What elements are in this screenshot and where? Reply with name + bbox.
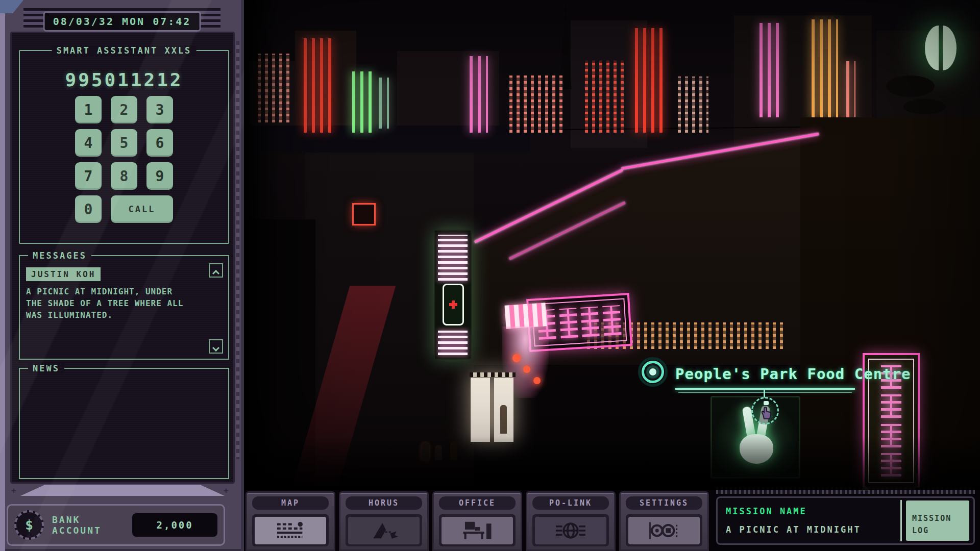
bottom-fade <box>244 436 980 490</box>
bank-balance: 2,000 <box>132 513 217 537</box>
red-neon-shopsign <box>352 203 376 226</box>
mission-panel: MISSION NAME A PICNIC AT MIDNIGHT MISSIO… <box>716 496 975 545</box>
neon-windows-peach <box>678 77 708 133</box>
neon-windows-red <box>304 38 336 133</box>
neon-windows-orange <box>812 19 838 119</box>
globe-link-icon <box>535 517 606 544</box>
medicine-bottle-icon <box>443 284 464 325</box>
key-5[interactable]: 5 <box>111 129 137 157</box>
nav-settings-button[interactable]: SETTINGS <box>619 491 709 551</box>
device-screen: SMART ASSISTANT XXLS 995011212 1 2 3 4 5… <box>10 32 235 484</box>
key-2[interactable]: 2 <box>111 96 137 123</box>
orb-half <box>925 26 939 70</box>
key-9[interactable]: 9 <box>146 162 173 190</box>
nav-settings-plate <box>626 514 702 546</box>
cjk-glyph <box>881 394 901 418</box>
nav-map-label: MAP <box>252 496 329 510</box>
messages-title: MESSAGES <box>28 251 91 261</box>
nav-horus-button[interactable]: HORUS <box>339 491 429 551</box>
horus-bird-icon <box>348 517 420 544</box>
map-icon <box>255 517 326 544</box>
neon-windows-salmon2 <box>509 76 562 133</box>
location-label[interactable]: People's Park Food Centre <box>675 365 911 383</box>
dialer-section: SMART ASSISTANT XXLS 995011212 1 2 3 4 5… <box>19 50 229 244</box>
smart-assistant-device: 08/03/32 MON 07:42 SMART ASSISTANT XXLS … <box>0 0 244 551</box>
key-8[interactable]: 8 <box>111 162 137 190</box>
neon-windows-pink2 <box>760 23 784 117</box>
game-root: People's Park Food Centre 08/03/32 MON 0… <box>0 0 980 551</box>
orb-half <box>943 26 957 70</box>
messages-scroll-up-button[interactable] <box>209 263 223 278</box>
frame-seam <box>236 41 239 459</box>
keypad: 1 2 3 4 5 6 7 8 9 0 CALL <box>75 96 173 223</box>
chevron-down-icon <box>212 344 219 352</box>
neon-windows-red2 <box>585 60 625 133</box>
bank-account-bar: $ BANK ACCOUNT 2,000 <box>7 504 225 546</box>
bottle-cross <box>449 300 457 309</box>
screw-plus: + <box>224 488 230 494</box>
chevron-up-icon <box>212 269 219 277</box>
nav-horus-plate <box>346 514 422 546</box>
nav-office-plate <box>439 514 516 546</box>
cjk-glyph <box>559 308 578 338</box>
currency-coin-icon: $ <box>14 510 44 540</box>
nav-polink-plate <box>532 514 609 546</box>
dialer-title: SMART ASSISTANT XXLS <box>52 45 197 56</box>
nav-office-button[interactable]: OFFICE <box>432 491 522 551</box>
datetime-display: 08/03/32 MON 07:42 <box>43 11 201 32</box>
key-1[interactable]: 1 <box>75 96 102 123</box>
nav-polink-label: PO-LINK <box>532 496 609 510</box>
mission-name-value: A PICNIC AT MIDNIGHT <box>726 524 861 535</box>
cjk-glyph <box>580 307 599 337</box>
mission-name-label: MISSION NAME <box>726 506 807 516</box>
shop-doors <box>468 372 519 444</box>
key-3[interactable]: 3 <box>146 96 173 123</box>
message-sender-chip[interactable]: JUSTIN KOH <box>26 267 101 281</box>
city-scene: People's Park Food Centre <box>244 0 980 490</box>
target-center <box>649 368 656 375</box>
nav-polink-button[interactable]: PO-LINK <box>526 491 616 551</box>
nav-office-label: OFFICE <box>439 496 516 510</box>
mission-log-button[interactable]: MISSION LOG <box>906 500 969 541</box>
nav-map-button[interactable]: MAP <box>246 491 335 551</box>
person-silhouette <box>500 405 507 434</box>
messages-scroll-down-button[interactable] <box>209 339 223 354</box>
office-desk-icon <box>442 517 513 544</box>
key-7[interactable]: 7 <box>75 162 102 190</box>
frame-accent <box>0 0 23 13</box>
bank-account-label: BANK ACCOUNT <box>52 514 132 536</box>
green-orb-logo <box>925 26 957 70</box>
nav-horus-label: HORUS <box>346 496 422 510</box>
dialed-number-display: 995011212 <box>20 69 228 90</box>
currency-symbol: $ <box>25 517 33 533</box>
lantern <box>512 354 521 362</box>
key-6[interactable]: 6 <box>146 129 173 157</box>
message-body: A PICNIC AT MIDNIGHT, UNDER THE SHADE OF… <box>26 286 184 321</box>
key-0[interactable]: 0 <box>75 195 102 223</box>
sign-stripes <box>438 235 468 281</box>
neon-windows-pink <box>470 56 488 133</box>
call-button[interactable]: CALL <box>111 195 173 223</box>
door-pane <box>471 378 490 442</box>
striped-awning <box>504 303 547 329</box>
nav-map-plate <box>252 514 329 546</box>
left-scene-shadow <box>244 0 280 490</box>
mission-separator <box>900 500 902 541</box>
screw-plus: + <box>11 488 17 494</box>
key-4[interactable]: 4 <box>75 129 102 157</box>
device-chin <box>20 485 225 496</box>
messages-section: MESSAGES JUSTIN KOH A PICNIC AT MIDNIGHT… <box>19 255 229 360</box>
neon-windows-red3 <box>635 28 665 133</box>
nav-settings-label: SETTINGS <box>626 496 702 510</box>
sign-stripes <box>438 331 468 355</box>
settings-dials-icon <box>628 517 700 544</box>
target-ring <box>646 365 659 379</box>
neon-windows-green <box>352 71 372 133</box>
cjk-glyph <box>602 305 621 336</box>
pharmacy-neon-sign <box>434 230 472 360</box>
drone-silhouette <box>886 76 935 97</box>
news-section: NEWS <box>19 368 229 479</box>
news-title: NEWS <box>28 363 64 373</box>
door-header <box>470 372 516 377</box>
neon-windows-mint <box>379 78 389 129</box>
